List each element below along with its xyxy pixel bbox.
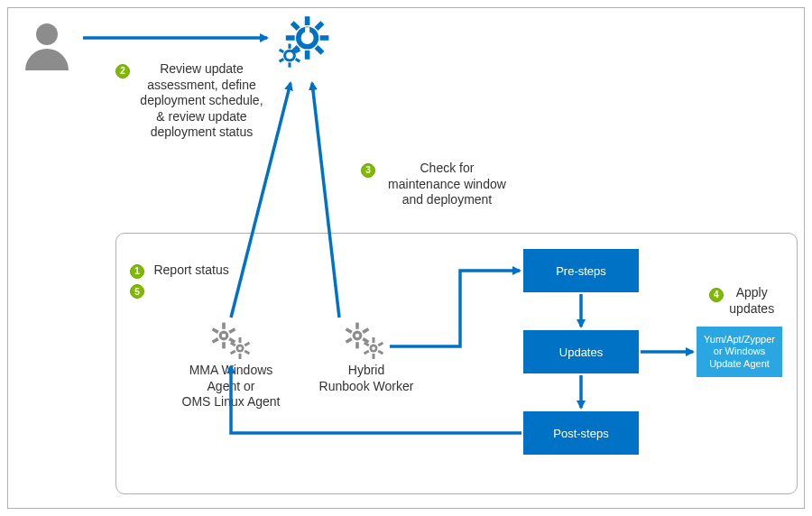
svg-rect-18 <box>222 323 226 329</box>
svg-point-24 <box>222 334 226 338</box>
box-yum-label: Yum/Apt/Zypper or Windows Update Agent <box>704 334 775 370</box>
svg-rect-11 <box>288 44 291 49</box>
svg-point-0 <box>36 23 58 45</box>
user-icon <box>20 18 74 72</box>
badge-2: 2 <box>115 64 130 78</box>
box-pre-steps: Pre-steps <box>523 249 639 292</box>
svg-point-40 <box>355 334 360 338</box>
mma-agent-label: MMA Windows Agent or OMS Linux Agent <box>177 363 285 410</box>
box-post-steps: Post-steps <box>523 411 639 455</box>
svg-rect-39 <box>346 327 353 334</box>
svg-rect-13 <box>295 58 300 62</box>
agent-gears-icon <box>209 321 254 361</box>
box-pre-steps-label: Pre-steps <box>556 264 606 278</box>
svg-rect-27 <box>244 342 250 347</box>
svg-rect-46 <box>364 350 370 355</box>
svg-rect-34 <box>355 323 359 329</box>
svg-rect-6 <box>305 51 310 60</box>
svg-rect-9 <box>291 21 300 31</box>
box-post-steps-label: Post-steps <box>553 427 608 440</box>
svg-rect-35 <box>362 327 369 334</box>
step-2-text: Review update assessment, define deploym… <box>137 61 265 141</box>
svg-rect-29 <box>239 354 242 359</box>
badge-1: 1 <box>130 264 144 279</box>
box-updates: Updates <box>523 330 639 373</box>
step-2-block: 2 Review update assessment, define deplo… <box>115 61 269 141</box>
step-4-text: Apply updates <box>729 285 774 317</box>
hybrid-gears-icon <box>343 321 388 361</box>
svg-rect-21 <box>222 342 226 348</box>
hybrid-worker-label: Hybrid Runbook Worker <box>312 363 420 394</box>
svg-rect-45 <box>373 354 375 359</box>
box-yum: Yum/Apt/Zypper or Windows Update Agent <box>697 327 782 377</box>
svg-rect-15 <box>279 58 284 62</box>
svg-rect-4 <box>320 35 329 41</box>
svg-point-48 <box>372 346 375 350</box>
step-4-block: 4 Apply updates <box>697 285 787 317</box>
badge-3: 3 <box>361 163 375 178</box>
svg-rect-16 <box>279 49 284 53</box>
svg-rect-43 <box>377 342 383 347</box>
automation-gear-icon <box>271 13 334 76</box>
report-status-text: Report status <box>153 263 228 277</box>
badge-5: 5 <box>130 284 144 299</box>
step-1-5-block: 1 Report status 5 <box>130 262 229 299</box>
svg-rect-44 <box>377 350 383 355</box>
step-3-block: 3 Check for maintenance window and deplo… <box>361 161 514 208</box>
svg-rect-26 <box>239 337 242 343</box>
svg-rect-30 <box>230 350 236 355</box>
svg-rect-3 <box>315 21 325 31</box>
svg-rect-22 <box>212 337 219 344</box>
svg-point-32 <box>238 346 242 350</box>
svg-point-10 <box>285 51 295 60</box>
svg-rect-19 <box>228 327 235 334</box>
svg-rect-28 <box>244 350 250 355</box>
svg-rect-38 <box>346 337 353 344</box>
step-3-text: Check for maintenance window and deploym… <box>383 161 511 208</box>
svg-rect-8 <box>286 35 295 41</box>
svg-rect-23 <box>212 327 219 334</box>
svg-rect-2 <box>305 16 310 25</box>
box-updates-label: Updates <box>559 346 603 359</box>
svg-rect-5 <box>315 45 325 55</box>
badge-4: 4 <box>709 288 724 302</box>
svg-rect-37 <box>355 342 359 348</box>
svg-rect-42 <box>373 337 375 343</box>
svg-rect-14 <box>288 62 291 67</box>
